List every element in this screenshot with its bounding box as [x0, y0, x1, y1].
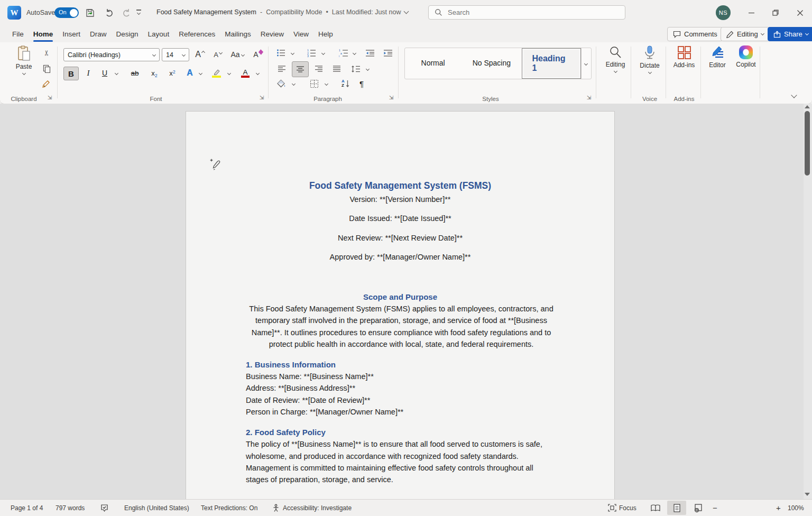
word-app-icon[interactable]: W	[7, 6, 21, 20]
text-effects-button[interactable]: A	[183, 67, 197, 79]
borders-dropdown-icon[interactable]	[322, 77, 330, 90]
tab-view[interactable]: View	[289, 27, 313, 41]
editing-dropdown-icon[interactable]	[613, 69, 617, 73]
editor-button[interactable]: Editor	[704, 45, 731, 69]
quick-access-toolbar-menu-icon[interactable]	[136, 10, 141, 14]
font-dialog-launcher-icon[interactable]: ⇲	[259, 95, 265, 101]
text-effects-dropdown-icon[interactable]	[197, 67, 204, 79]
underline-button[interactable]: U	[98, 67, 111, 79]
format-painter-button[interactable]	[40, 77, 53, 90]
read-mode-button[interactable]	[646, 501, 665, 515]
paragraph-dialog-launcher-icon[interactable]: ⇲	[388, 95, 394, 101]
cut-button[interactable]: ✂	[40, 47, 53, 59]
borders-button[interactable]	[307, 77, 321, 90]
proofing-status-icon[interactable]	[100, 500, 108, 516]
word-count[interactable]: 797 words	[56, 500, 85, 516]
document-page[interactable]: Food Safety Management System (FSMS) Ver…	[186, 111, 615, 499]
editing-mode-button[interactable]: Editing	[721, 27, 770, 41]
multilevel-list-button[interactable]: 1ai	[336, 47, 351, 59]
zoom-out-button[interactable]: −	[713, 500, 717, 516]
font-family-combo[interactable]: Calibri (Headings)	[63, 48, 160, 61]
scroll-down-icon[interactable]	[805, 493, 810, 496]
show-hide-marks-button[interactable]: ¶	[355, 77, 368, 90]
print-layout-button[interactable]	[667, 501, 686, 515]
paste-dropdown-icon[interactable]	[22, 71, 25, 75]
italic-button[interactable]: I	[82, 67, 95, 79]
close-button[interactable]	[788, 0, 812, 25]
bullets-dropdown-icon[interactable]	[289, 47, 297, 59]
window-title[interactable]: Food Safety Management System - Compatib…	[156, 8, 408, 16]
collapse-ribbon-icon[interactable]	[792, 90, 796, 99]
paste-button[interactable]: Paste	[12, 45, 36, 75]
save-icon[interactable]	[82, 5, 98, 21]
tab-draw[interactable]: Draw	[85, 27, 112, 41]
autosave-toggle[interactable]: On	[54, 7, 79, 18]
clipboard-dialog-launcher-icon[interactable]: ⇲	[47, 95, 53, 101]
title-chevron-icon[interactable]	[404, 9, 409, 14]
minimize-button[interactable]	[739, 0, 763, 25]
numbering-button[interactable]: 123	[304, 47, 318, 59]
tab-references[interactable]: References	[174, 27, 220, 41]
bullets-button[interactable]	[274, 47, 288, 59]
tab-layout[interactable]: Layout	[143, 27, 174, 41]
zoom-level[interactable]: 100%	[788, 500, 804, 516]
change-case-button[interactable]: Aa	[228, 48, 246, 61]
align-right-button[interactable]	[312, 62, 326, 75]
increase-indent-button[interactable]	[381, 47, 395, 59]
document-content[interactable]: Food Safety Management System (FSMS) Ver…	[186, 112, 614, 486]
numbering-dropdown-icon[interactable]	[319, 47, 327, 59]
font-size-combo[interactable]: 14	[162, 48, 189, 61]
shrink-font-button[interactable]: A	[210, 48, 225, 61]
language-indicator[interactable]: English (United States)	[124, 500, 189, 516]
styles-dialog-launcher-icon[interactable]: ⇲	[586, 95, 592, 101]
undo-icon[interactable]	[102, 5, 117, 21]
highlight-dropdown-icon[interactable]	[225, 67, 233, 79]
add-ins-button[interactable]: Add-ins	[669, 45, 699, 69]
scroll-up-icon[interactable]	[805, 105, 810, 108]
highlight-color-button[interactable]	[208, 67, 224, 79]
bold-button[interactable]: B	[63, 67, 79, 80]
focus-mode-button[interactable]: Focus	[608, 500, 636, 516]
align-left-button[interactable]	[275, 62, 289, 75]
multilevel-dropdown-icon[interactable]	[350, 47, 358, 59]
text-predictions-indicator[interactable]: Text Predictions: On	[201, 500, 257, 516]
dictate-dropdown-icon[interactable]	[648, 70, 651, 74]
font-color-dropdown-icon[interactable]	[254, 67, 261, 79]
sort-button[interactable]: AZ	[337, 77, 354, 90]
tab-mailings[interactable]: Mailings	[220, 27, 256, 41]
justify-button[interactable]	[330, 62, 344, 75]
redo-icon[interactable]	[118, 5, 134, 21]
underline-dropdown-icon[interactable]	[112, 67, 121, 79]
grow-font-button[interactable]: A	[192, 48, 207, 61]
page-indicator[interactable]: Page 1 of 4	[11, 500, 43, 516]
tab-home[interactable]: Home	[29, 27, 58, 41]
copilot-button[interactable]: Copilot	[732, 45, 760, 68]
style-heading-1[interactable]: Heading 1	[522, 48, 580, 79]
decrease-indent-button[interactable]	[363, 47, 377, 59]
web-layout-button[interactable]	[689, 501, 708, 515]
editing-button[interactable]: Editing	[601, 45, 630, 72]
share-button[interactable]: Share	[768, 27, 812, 41]
font-color-button[interactable]: A	[238, 67, 253, 79]
search-box[interactable]	[428, 5, 625, 20]
clear-formatting-button[interactable]: A	[251, 48, 265, 61]
comments-button[interactable]: Comments	[667, 27, 723, 41]
zoom-in-button[interactable]: +	[776, 500, 781, 516]
copilot-margin-icon[interactable]	[209, 158, 222, 172]
align-center-button[interactable]	[292, 61, 309, 77]
tab-file[interactable]: File	[7, 27, 29, 41]
strikethrough-button[interactable]: ab	[127, 67, 143, 79]
line-spacing-dropdown-icon[interactable]	[364, 62, 371, 75]
line-spacing-button[interactable]	[348, 62, 364, 75]
shading-button[interactable]	[274, 77, 289, 90]
style-normal[interactable]: Normal	[405, 48, 461, 78]
restore-button[interactable]	[763, 0, 788, 25]
accessibility-status[interactable]: Accessibility: Investigate	[272, 500, 352, 516]
style-no-spacing[interactable]: No Spacing	[461, 48, 522, 78]
tab-insert[interactable]: Insert	[58, 27, 85, 41]
copy-button[interactable]	[40, 62, 53, 75]
account-avatar[interactable]: NS	[716, 5, 731, 20]
styles-gallery-more-button[interactable]	[581, 48, 591, 79]
shading-dropdown-icon[interactable]	[290, 77, 298, 90]
tab-design[interactable]: Design	[112, 27, 143, 41]
